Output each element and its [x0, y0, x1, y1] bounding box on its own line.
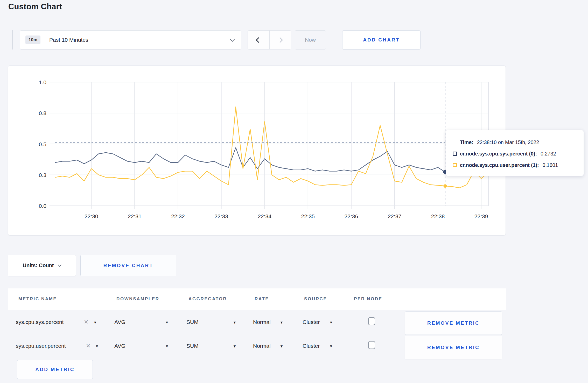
column-header-downsampler: DOWNSAMPLER: [116, 296, 159, 302]
y-axis-tick-label: 0.0: [39, 203, 46, 209]
column-header-aggregator: AGGREGATOR: [188, 296, 227, 302]
source-select[interactable]: Cluster: [303, 319, 320, 325]
chevron-down-icon: [58, 263, 61, 266]
remove-metric-label: REMOVE METRIC: [427, 320, 480, 326]
x-axis-tick-label: 22:34: [258, 213, 271, 219]
column-header-metric-name: METRIC NAME: [18, 296, 57, 302]
add-metric-button[interactable]: ADD METRIC: [17, 360, 93, 379]
timeseries-chart-plot[interactable]: 0.00.30.50.81.022:3022:3122:3222:3322:34…: [8, 66, 506, 235]
add-metric-label: ADD METRIC: [35, 367, 74, 372]
time-shift-button-group: [248, 30, 291, 49]
tooltip-user-value: 0.1601: [543, 162, 558, 168]
tooltip-sys-value: 0.2732: [541, 151, 556, 157]
metric-table-row: sys.cpu.user.percent ✕ ▼ AVG ▼ SUM ▼ Nor…: [8, 334, 506, 358]
x-axis-tick-label: 22:36: [345, 213, 358, 219]
tooltip-time-label: Time:: [460, 139, 473, 145]
column-header-source: SOURCE: [304, 296, 327, 302]
hover-point-user: [443, 184, 447, 188]
time-shift-back-button[interactable]: [248, 31, 269, 49]
chart-card: 0.00.30.50.81.022:3022:3122:3222:3322:34…: [8, 65, 506, 236]
series-sys-swatch-icon: [453, 152, 457, 156]
metric-table-row: sys.cpu.sys.percent ✕ ▼ AVG ▼ SUM ▼ Norm…: [8, 310, 506, 334]
column-header-rate: RATE: [255, 296, 269, 302]
units-selector[interactable]: Units: Count: [8, 255, 76, 276]
source-caret-down-icon[interactable]: ▼: [329, 344, 333, 348]
source-select[interactable]: Cluster: [303, 343, 320, 349]
y-axis-tick-label: 0.8: [39, 110, 46, 116]
remove-chart-button[interactable]: REMOVE CHART: [80, 255, 176, 276]
now-button[interactable]: Now: [295, 30, 326, 49]
add-chart-button[interactable]: ADD CHART: [342, 30, 421, 49]
rate-select[interactable]: Normal: [253, 343, 271, 349]
y-axis-tick-label: 0.5: [39, 141, 46, 147]
aggregator-select[interactable]: SUM: [186, 319, 199, 325]
y-axis-tick-label: 0.3: [39, 172, 46, 178]
x-axis-tick-label: 22:39: [474, 213, 488, 219]
chevron-right-icon: [277, 37, 283, 42]
page-title: Custom Chart: [8, 2, 62, 11]
tooltip-time-value: 22:38:10 on Mar 15th, 2022: [477, 139, 539, 145]
x-axis-tick-label: 22:38: [431, 213, 445, 219]
rate-select[interactable]: Normal: [253, 319, 271, 325]
time-shift-forward-button[interactable]: [269, 31, 291, 49]
tooltip-user-label: cr.node.sys.cpu.user.percent (1):: [460, 162, 539, 168]
x-axis-tick-label: 22:31: [128, 213, 142, 219]
downsampler-caret-down-icon[interactable]: ▼: [165, 344, 169, 348]
downsampler-select[interactable]: AVG: [114, 343, 125, 349]
column-header-per-node: PER NODE: [354, 296, 382, 302]
x-axis-tick-label: 22:32: [171, 213, 185, 219]
x-axis-tick-label: 22:30: [85, 213, 98, 219]
toolbar-left-divider: [12, 30, 13, 49]
time-range-selector[interactable]: 10m Past 10 Minutes: [20, 30, 241, 49]
per-node-checkbox[interactable]: [368, 317, 375, 325]
metric-select-caret-down-icon[interactable]: ▼: [93, 320, 97, 324]
remove-chart-label: REMOVE CHART: [103, 263, 153, 268]
per-node-checkbox[interactable]: [368, 341, 375, 349]
time-range-label: Past 10 Minutes: [49, 37, 88, 43]
x-axis-tick-label: 22:35: [301, 213, 315, 219]
rate-caret-down-icon[interactable]: ▼: [280, 344, 283, 348]
series-user-swatch-icon: [453, 163, 457, 167]
x-axis-tick-label: 22:37: [388, 213, 402, 219]
remove-metric-button[interactable]: REMOVE METRIC: [405, 311, 502, 335]
y-axis-tick-label: 1.0: [39, 79, 46, 85]
units-selector-label: Units: Count: [23, 263, 54, 268]
downsampler-caret-down-icon[interactable]: ▼: [165, 320, 169, 324]
series-sys-line: [55, 148, 488, 172]
series-user-line: [55, 107, 488, 188]
x-axis-tick-label: 22:33: [214, 213, 228, 219]
remove-metric-button[interactable]: REMOVE METRIC: [405, 336, 502, 359]
clear-metric-x-icon[interactable]: ✕: [84, 319, 88, 325]
chart-hover-tooltip: Time: 22:38:10 on Mar 15th, 2022 cr.node…: [446, 130, 584, 176]
rate-caret-down-icon[interactable]: ▼: [280, 320, 283, 324]
remove-metric-label: REMOVE METRIC: [427, 345, 480, 350]
aggregator-caret-down-icon[interactable]: ▼: [233, 320, 236, 324]
aggregator-select[interactable]: SUM: [186, 343, 199, 349]
metric-name-value[interactable]: sys.cpu.sys.percent: [16, 319, 64, 325]
aggregator-caret-down-icon[interactable]: ▼: [233, 344, 236, 348]
clear-metric-x-icon[interactable]: ✕: [86, 343, 90, 349]
tooltip-sys-label: cr.node.sys.cpu.sys.percent (0):: [460, 151, 537, 157]
downsampler-select[interactable]: AVG: [114, 319, 125, 325]
chevron-down-icon: [230, 37, 235, 41]
metric-select-caret-down-icon[interactable]: ▼: [95, 344, 99, 348]
metrics-table-header: METRIC NAME DOWNSAMPLER AGGREGATOR RATE …: [8, 288, 506, 310]
time-range-badge: 10m: [25, 36, 40, 44]
add-chart-label: ADD CHART: [363, 37, 400, 43]
source-caret-down-icon[interactable]: ▼: [329, 320, 333, 324]
metric-name-value[interactable]: sys.cpu.user.percent: [16, 343, 66, 349]
chevron-left-icon: [256, 37, 261, 42]
